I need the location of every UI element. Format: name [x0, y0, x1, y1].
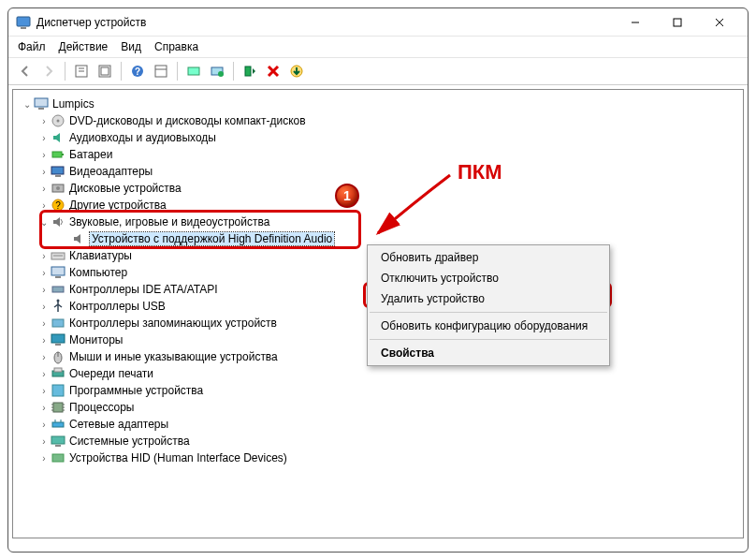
tree-item[interactable]: ›DVD-дисководы и дисководы компакт-диско… — [17, 112, 739, 129]
tree-root[interactable]: ⌄ Lumpics — [17, 96, 739, 112]
svg-rect-27 — [62, 154, 64, 155]
chevron-right-icon[interactable]: › — [37, 167, 51, 177]
tree-item[interactable]: ›Очереди печати — [17, 365, 739, 382]
window: Диспетчер устройств Файл Действие Вид Сп… — [7, 7, 749, 553]
svg-rect-42 — [55, 344, 61, 346]
titlebar: Диспетчер устройств — [8, 8, 748, 37]
ctx-properties[interactable]: Свойства — [368, 343, 609, 363]
chevron-right-icon[interactable]: › — [37, 150, 51, 160]
tree-item[interactable]: ›Программные устройства — [17, 382, 739, 399]
audio-io-icon — [51, 130, 65, 145]
menu-help[interactable]: Справка — [154, 40, 198, 53]
hid-icon — [51, 450, 65, 465]
network-icon — [51, 417, 65, 432]
chevron-right-icon[interactable]: › — [37, 184, 51, 194]
svg-point-31 — [56, 186, 60, 190]
other-icon: ? — [51, 198, 65, 213]
monitor-icon — [51, 332, 65, 347]
tree-item[interactable]: ›Процессоры — [17, 399, 739, 416]
chevron-right-icon[interactable]: › — [37, 386, 51, 396]
toolbar-separator — [65, 62, 65, 81]
back-button[interactable] — [14, 61, 36, 81]
tree-item-sound[interactable]: ⌄Звуковые, игровые и видеоустройства — [17, 214, 739, 230]
tree-item[interactable]: ›Батареи — [17, 146, 739, 163]
chevron-right-icon[interactable]: › — [37, 133, 51, 143]
minimize-button[interactable] — [614, 9, 656, 36]
svg-rect-59 — [55, 445, 61, 447]
help-button[interactable]: ? — [126, 61, 149, 81]
chevron-right-icon[interactable]: › — [37, 302, 51, 312]
svg-rect-58 — [51, 436, 65, 444]
device-tree[interactable]: ⌄ Lumpics ›DVD-дисководы и дисководы ком… — [12, 89, 744, 538]
svg-rect-3 — [674, 19, 681, 26]
menubar: Файл Действие Вид Справка — [8, 37, 748, 58]
tree-item[interactable]: ›Сетевые адаптеры — [17, 416, 739, 433]
tree-item[interactable]: ›Дисковые устройства — [17, 180, 739, 197]
menu-view[interactable]: Вид — [121, 40, 141, 53]
chevron-right-icon[interactable]: › — [37, 335, 51, 346]
toolbar-separator — [177, 62, 178, 81]
close-button[interactable] — [698, 9, 740, 36]
svg-point-25 — [57, 120, 60, 123]
root-label: Lumpics — [52, 97, 94, 111]
delete-button[interactable] — [262, 61, 284, 81]
tool-btn-1[interactable] — [70, 61, 93, 81]
chevron-right-icon[interactable]: › — [37, 268, 51, 278]
svg-rect-26 — [52, 152, 62, 157]
chevron-right-icon[interactable]: › — [37, 453, 51, 464]
maximize-button[interactable] — [656, 9, 698, 36]
chevron-right-icon[interactable]: › — [37, 352, 51, 362]
ctx-uninstall-device[interactable]: Удалить устройство — [368, 288, 609, 309]
svg-rect-60 — [52, 454, 64, 462]
chevron-right-icon[interactable]: › — [37, 369, 51, 379]
tree-item[interactable]: ›Аудиовходы и аудиовыходы — [17, 129, 739, 146]
chevron-down-icon[interactable]: ⌄ — [37, 217, 51, 228]
svg-rect-37 — [55, 276, 61, 278]
tool-btn-2[interactable] — [94, 61, 116, 81]
svg-rect-55 — [52, 422, 64, 427]
ctx-refresh-config[interactable]: Обновить конфигурацию оборудования — [368, 316, 609, 336]
tool-btn-4[interactable] — [150, 61, 172, 81]
chevron-right-icon[interactable]: › — [37, 116, 51, 126]
svg-rect-28 — [51, 167, 64, 174]
chevron-right-icon[interactable]: › — [37, 285, 51, 295]
ctx-disable-device[interactable]: Отключить устройство — [368, 268, 609, 288]
printer-icon — [51, 366, 65, 381]
forward-button[interactable] — [37, 61, 60, 81]
ctx-separator — [370, 339, 607, 340]
chevron-right-icon[interactable]: › — [37, 318, 51, 329]
usb-icon — [51, 299, 65, 314]
chevron-right-icon[interactable]: › — [37, 436, 51, 447]
menu-file[interactable]: Файл — [18, 40, 46, 53]
tree-item[interactable]: ›?Другие устройства — [17, 197, 739, 214]
cpu-icon — [51, 400, 65, 415]
svg-rect-0 — [17, 17, 30, 26]
chevron-down-icon[interactable]: ⌄ — [21, 99, 34, 110]
chevron-right-icon[interactable]: › — [37, 420, 51, 430]
display-adapter-icon — [51, 164, 65, 179]
svg-rect-29 — [55, 175, 61, 177]
tree-item[interactable]: ›Устройства HID (Human Interface Devices… — [17, 449, 739, 466]
svg-rect-48 — [53, 403, 63, 412]
tree-item[interactable]: ›Системные устройства — [17, 433, 739, 449]
svg-rect-15 — [188, 67, 199, 75]
tree-item[interactable]: ›Видеоадаптеры — [17, 163, 739, 180]
menu-action[interactable]: Действие — [59, 40, 109, 53]
chevron-right-icon[interactable]: › — [37, 200, 51, 211]
svg-rect-13 — [155, 66, 167, 77]
sound-icon — [51, 214, 65, 229]
system-icon — [51, 434, 65, 449]
chevron-right-icon[interactable]: › — [37, 403, 51, 413]
ctx-update-driver[interactable]: Обновить драйвер — [368, 247, 609, 268]
tool-btn-5[interactable] — [182, 61, 205, 81]
download-button[interactable] — [285, 61, 308, 81]
window-title: Диспетчер устройств — [36, 16, 614, 29]
tool-btn-7[interactable] — [239, 61, 261, 81]
refresh-button[interactable] — [206, 61, 228, 81]
svg-rect-1 — [21, 27, 26, 29]
chevron-right-icon[interactable]: › — [37, 251, 51, 261]
storage-icon — [51, 316, 65, 331]
svg-rect-10 — [101, 67, 109, 75]
dvd-icon — [51, 113, 65, 128]
svg-point-39 — [57, 300, 60, 302]
